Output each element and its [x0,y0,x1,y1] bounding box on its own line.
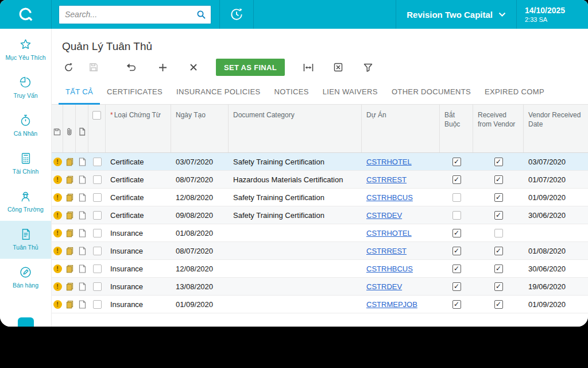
refresh-button[interactable] [61,60,76,75]
header-vendor-date[interactable]: Vendor Received Date [524,105,588,152]
filter-button[interactable] [361,60,376,75]
datetime-widget[interactable]: 14/10/2025 2:33 SA [517,6,588,23]
project-link[interactable]: CSTRHOTEL [366,229,412,237]
row-select-checkbox[interactable] [93,193,102,202]
header-created-date[interactable]: Ngày Tạo [171,105,229,152]
row-select-checkbox[interactable] [93,282,102,291]
note-icon[interactable] [79,175,86,184]
header-doc-type[interactable]: *Loại Chứng Từ [106,105,171,152]
row-select-checkbox[interactable] [93,247,102,255]
required-checkbox[interactable] [452,300,461,309]
required-checkbox[interactable] [452,158,461,166]
row-select-checkbox[interactable] [93,175,102,184]
table-row[interactable]: Certificate 09/08/2020 Safety Training C… [52,206,588,224]
project-link[interactable]: CSTRHBCUS [366,193,413,202]
fit-width-button[interactable] [301,60,316,75]
add-row-button[interactable] [155,60,170,75]
sidebar-item-ca-nhan[interactable]: Cá Nhân [0,107,51,145]
search-input[interactable] [65,10,196,19]
note-icon[interactable] [79,158,86,166]
app-logo-button[interactable] [0,0,52,29]
project-link[interactable]: CSTRDEV [366,282,402,291]
files-icon[interactable] [65,229,74,237]
sidebar-item-partial-icon[interactable] [18,317,34,327]
project-link[interactable]: CSTRHOTEL [366,158,412,166]
table-row[interactable]: Certificate 12/08/2020 Safety Training C… [52,189,588,206]
files-icon[interactable] [65,282,74,291]
save-button[interactable] [86,60,101,75]
table-row[interactable]: Certificate 03/07/2020 Safety Training C… [52,153,588,171]
received-checkbox[interactable] [494,193,503,202]
header-project[interactable]: Dự Án [362,105,440,152]
table-row[interactable]: Insurance 13/08/2020 CSTRDEV 19/06/2020 [52,278,588,296]
project-link[interactable]: CSTRHBCUS [366,264,413,273]
undo-button[interactable] [124,60,139,75]
tab-other-documents[interactable]: OTHER DOCUMENTS [385,80,478,105]
select-all-checkbox[interactable] [92,111,101,120]
table-row[interactable]: Insurance 08/07/2020 CSTRREST 01/08/2020 [52,242,588,260]
required-checkbox[interactable] [452,247,461,255]
files-icon[interactable] [65,175,74,184]
table-row[interactable]: Insurance 01/08/2020 CSTRHOTEL [52,224,588,242]
sidebar-item-tai-chinh[interactable]: Tài Chính [0,145,51,183]
table-row[interactable]: Certificate 08/07/2020 Hazardous Materia… [52,171,588,189]
note-icon[interactable] [79,264,86,273]
export-excel-button[interactable] [331,60,346,75]
tab-expired-compliance[interactable]: EXPIRED COMP [478,80,551,105]
sidebar-item-cong-truong[interactable]: Công Trường [0,183,51,221]
files-icon[interactable] [65,300,74,309]
note-icon[interactable] [79,211,86,220]
required-checkbox[interactable] [452,229,461,237]
required-checkbox[interactable] [452,282,461,291]
tenant-selector[interactable]: Revision Two Capital [396,0,516,29]
sidebar-item-tuan-thu[interactable]: Tuân Thủ [0,221,51,259]
row-select-checkbox[interactable] [93,229,102,237]
header-required[interactable]: Bắt Buộc [440,105,473,152]
received-checkbox[interactable] [494,282,503,291]
received-checkbox[interactable] [494,158,503,166]
tab-notices[interactable]: NOTICES [267,80,315,105]
business-date-button[interactable] [220,0,253,29]
note-icon[interactable] [79,193,86,202]
header-received[interactable]: Received from Vendor [473,105,524,152]
row-select-checkbox[interactable] [93,211,102,220]
files-icon[interactable] [65,264,74,273]
delete-row-button[interactable] [186,60,201,75]
project-link[interactable]: CSTRREST [366,247,407,255]
received-checkbox[interactable] [494,229,503,237]
project-link[interactable]: CSTRREST [366,175,407,184]
files-icon[interactable] [65,247,74,255]
tab-insurance-policies[interactable]: INSURANCE POLICIES [169,80,267,105]
header-attachments-column[interactable] [63,105,76,152]
received-checkbox[interactable] [494,211,503,220]
set-as-final-button[interactable]: SET AS FINAL [216,59,285,76]
received-checkbox[interactable] [494,300,503,309]
row-select-checkbox[interactable] [93,300,102,309]
search-icon[interactable] [196,10,206,20]
row-select-checkbox[interactable] [93,158,102,166]
files-icon[interactable] [65,158,74,166]
files-icon[interactable] [65,193,74,202]
note-icon[interactable] [79,247,86,255]
row-select-checkbox[interactable] [93,264,102,273]
files-icon[interactable] [65,211,74,220]
tab-certificates[interactable]: CERTIFICATES [100,80,169,105]
table-row[interactable]: Insurance 12/08/2020 CSTRHBCUS 30/06/202… [52,260,588,278]
tab-all[interactable]: TẤT CẢ [59,80,100,105]
required-checkbox[interactable] [452,175,461,184]
received-checkbox[interactable] [494,175,503,184]
tab-lien-waivers[interactable]: LIEN WAIVERS [316,80,385,105]
project-link[interactable]: CSTRMEPJOB [366,300,417,309]
header-category[interactable]: Document Category [229,105,362,152]
header-notes-column[interactable] [52,105,63,152]
sidebar-item-truy-van[interactable]: Truy Vấn [0,69,51,107]
header-documents-column[interactable] [76,105,88,152]
project-link[interactable]: CSTRDEV [366,211,402,220]
received-checkbox[interactable] [494,247,503,255]
sidebar-item-ban-hang[interactable]: Bán hàng [0,259,51,297]
sidebar-item-muc-yeu-thich[interactable]: Mục Yêu Thích [0,31,51,69]
required-checkbox[interactable] [452,211,461,220]
note-icon[interactable] [79,300,86,309]
received-checkbox[interactable] [494,264,503,273]
required-checkbox[interactable] [452,264,461,273]
